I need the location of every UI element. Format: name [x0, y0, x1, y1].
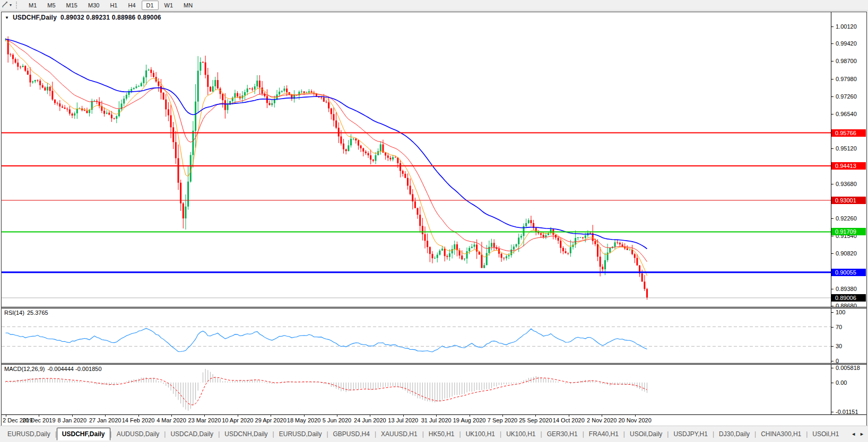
- date-tick-mark: [204, 415, 205, 417]
- tab-fra40-h1[interactable]: FRA40,H1: [584, 428, 623, 440]
- tab-uk100-h1[interactable]: UK100,H1: [501, 428, 540, 440]
- chart-window: 1.001200.994200.987000.979800.972600.965…: [1, 12, 867, 426]
- axis-tick-label: 0: [836, 358, 839, 363]
- axis-tick-mark: [831, 79, 834, 79]
- date-label: 5 Jun 2020: [323, 417, 351, 423]
- candlestick-chart[interactable]: [2, 12, 831, 307]
- axis-tick-label: 0.90820: [836, 250, 857, 257]
- tab-eurusd-daily[interactable]: EURUSD,Daily: [274, 428, 327, 440]
- caret-down-icon[interactable]: ▾: [10, 3, 12, 7]
- timeframe-button-mn[interactable]: MN: [179, 1, 197, 10]
- tab-xauusd-h1[interactable]: XAUUSD,H1: [376, 428, 422, 440]
- crosshair-tool-icon[interactable]: [1, 1, 8, 10]
- chart-tabs: EURUSD,Daily|USDCHF,Daily|AUDUSD,Daily|U…: [0, 426, 868, 442]
- macd-chart[interactable]: [2, 365, 831, 414]
- time-axis[interactable]: 2 Dec 201920 Dec 20198 Jan 202027 Jan 20…: [2, 415, 866, 425]
- tab-uk100-h1[interactable]: UK100,H1: [461, 428, 500, 440]
- macd-axis[interactable]: 0.0058180.00-0.01151: [831, 365, 866, 414]
- axis-tick-mark: [831, 96, 834, 97]
- axis-tick-label: 0.93680: [836, 181, 857, 187]
- date-label: 20 Dec 2019: [22, 417, 55, 423]
- horizontal-levels: [2, 133, 831, 298]
- macd-pane: 0.0058180.00-0.01151 MACD(12,26,9) -0.00…: [2, 365, 866, 414]
- tab-scroll-left-icon[interactable]: ◄: [851, 431, 856, 437]
- axis-tick-label: 0.97260: [836, 93, 857, 100]
- price-level-label[interactable]: 0.91709: [831, 228, 866, 235]
- date-tick-mark: [635, 415, 636, 417]
- date-label: 4 Mar 2020: [157, 417, 186, 423]
- axis-tick-label: 0.97980: [836, 76, 857, 82]
- axis-tick-mark: [831, 289, 834, 289]
- tab-china300-h1[interactable]: CHINA300,H1: [756, 428, 806, 440]
- axis-tick-mark: [831, 114, 834, 114]
- price-level-label[interactable]: 0.90055: [831, 269, 866, 276]
- tab-usdchf-daily[interactable]: USDCHF,Daily: [57, 428, 110, 440]
- tab-dj30-daily[interactable]: DJ30,Daily: [714, 428, 754, 440]
- timeframe-button-h4[interactable]: H4: [123, 1, 140, 10]
- date-label: 23 Mar 2020: [188, 417, 221, 423]
- tab-usoil-daily[interactable]: USOil,Daily: [625, 428, 667, 440]
- tab-eurusd-daily[interactable]: EURUSD,Daily: [3, 428, 55, 440]
- date-label: 13 Jul 2020: [388, 417, 418, 423]
- axis-tick-label: 0.99420: [836, 40, 857, 47]
- timeframe-button-m15[interactable]: M15: [62, 1, 82, 10]
- axis-tick-mark: [831, 236, 834, 236]
- axis-tick-label: 0.89380: [836, 286, 857, 292]
- timeframe-buttons: M1M5M15M30H1H4D1W1MN: [24, 1, 198, 10]
- price-level-label[interactable]: 0.95766: [831, 129, 866, 137]
- date-label: 25 Sep 2020: [519, 417, 552, 423]
- chart-title: ▼ USDCHF,Daily 0.89032 0.89231 0.88986 0…: [5, 14, 161, 21]
- date-tick-mark: [403, 415, 404, 417]
- date-tick-mark: [602, 415, 602, 417]
- date-tick-mark: [72, 415, 73, 417]
- date-tick-mark: [171, 415, 172, 417]
- rsi-chart[interactable]: [2, 308, 831, 363]
- timeframe-button-m30[interactable]: M30: [83, 1, 104, 10]
- macd-values: -0.004444 -0.001850: [47, 366, 101, 372]
- macd-label: MACD(12,26,9) -0.004444 -0.001850: [4, 366, 102, 372]
- price-level-label[interactable]: 0.93001: [831, 197, 866, 204]
- tab-usdcad-daily[interactable]: USDCAD,Daily: [166, 428, 218, 440]
- date-label: 19 Aug 2020: [453, 417, 486, 423]
- tab-hk50-h1[interactable]: HK50,H1: [424, 428, 459, 440]
- axis-tick-mark: [831, 306, 834, 306]
- tab-audusd-daily[interactable]: AUDUSD,Daily: [112, 428, 164, 440]
- date-label: 24 Jun 2020: [354, 417, 386, 423]
- axis-tick-label: 0.98700: [836, 58, 857, 64]
- timeframe-button-m1[interactable]: M1: [24, 1, 41, 10]
- chart-symbol-label: USDCHF,Daily: [13, 14, 57, 21]
- rsi-value: 25.3765: [27, 310, 48, 316]
- axis-tick-mark: [831, 327, 834, 328]
- toolbar: ▾ M1M5M15M30H1H4D1W1MN: [0, 0, 868, 11]
- date-label: 7 Sep 2020: [488, 417, 517, 423]
- tab-ger30-h1[interactable]: GER30,H1: [542, 428, 583, 440]
- tab-usdcnh-daily[interactable]: USDCNH,Daily: [220, 428, 272, 440]
- date-tick-mark: [138, 415, 139, 417]
- price-level-label[interactable]: 0.89006: [831, 294, 866, 302]
- axis-tick-label: 0.88680: [836, 303, 857, 307]
- timeframe-button-h1[interactable]: H1: [105, 1, 122, 10]
- tab-usoil-h1[interactable]: USOil,H1: [808, 428, 844, 440]
- tab-usdjpy-h1[interactable]: USDJPY,H1: [669, 428, 712, 440]
- toolbar-grip[interactable]: [16, 2, 19, 8]
- date-tick-mark: [238, 415, 238, 417]
- tab-gbpusd-h4[interactable]: GBPUSD,H4: [328, 428, 375, 440]
- rsi-axis[interactable]: 10070300: [831, 308, 866, 363]
- price-level-label[interactable]: 0.94413: [831, 162, 866, 170]
- timeframe-button-m5[interactable]: M5: [42, 1, 60, 10]
- collapse-icon[interactable]: ▼: [5, 15, 9, 20]
- axis-tick-mark: [831, 412, 834, 412]
- axis-tick-label: 100: [836, 309, 845, 315]
- chart-ohlc-values: 0.89032 0.89231 0.88986 0.89006: [60, 14, 161, 21]
- date-label: 14 Feb 2020: [122, 417, 155, 423]
- axis-tick-mark: [831, 253, 834, 254]
- axis-tick-label: -0.01151: [836, 409, 858, 414]
- timeframe-button-w1[interactable]: W1: [160, 1, 178, 10]
- axis-tick-mark: [831, 184, 834, 184]
- tab-scroll-right-icon[interactable]: ►: [860, 431, 864, 437]
- date-label: 2 Nov 2020: [587, 417, 617, 423]
- timeframe-button-d1[interactable]: D1: [142, 1, 159, 10]
- price-axis[interactable]: 1.001200.994200.987000.979800.972600.965…: [831, 12, 866, 307]
- date-label: 14 Oct 2020: [553, 417, 585, 423]
- tab-scroll-controls: ◄►: [851, 431, 868, 437]
